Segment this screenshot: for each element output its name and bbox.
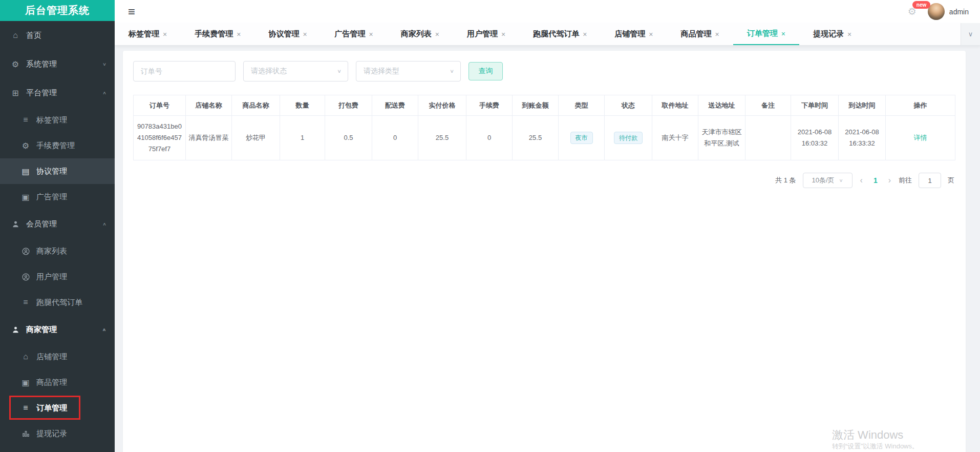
- chevron-up-icon: ∧: [102, 327, 106, 332]
- close-icon[interactable]: ×: [163, 30, 167, 38]
- tab-user-mgmt[interactable]: 用户管理 ×: [453, 23, 519, 45]
- column-header: 下单时间: [791, 95, 839, 116]
- username-label: admin: [949, 8, 969, 16]
- sidebar-item-agreement-mgmt[interactable]: ▤ 协议管理: [0, 158, 115, 184]
- user-circle-icon: [19, 273, 32, 281]
- tab-label: 提现记录: [813, 29, 844, 39]
- tab-merchant-list[interactable]: 商家列表 ×: [387, 23, 453, 45]
- close-icon[interactable]: ×: [435, 30, 439, 38]
- sidebar-item-product-mgmt[interactable]: ▣ 商品管理: [0, 369, 115, 395]
- home-icon: ⌂: [19, 352, 32, 361]
- pagination: 共 1 条 10条/页 ∨ ‹ 1 › 前往 页: [133, 173, 955, 188]
- page-size-select[interactable]: 10条/页 ∨: [803, 173, 853, 188]
- sidebar-item-platform-mgmt[interactable]: ⊞ 平台管理 ∧: [0, 78, 115, 107]
- tab-withdraw-records[interactable]: 提现记录 ×: [799, 23, 865, 45]
- chevron-down-icon: ∨: [102, 61, 106, 67]
- chevron-down-icon: ∨: [968, 30, 973, 38]
- chevron-up-icon: ∧: [102, 221, 106, 227]
- user-circle-icon: [19, 247, 32, 256]
- sidebar-item-errand-orders[interactable]: ≡ 跑腿代驾订单: [0, 290, 115, 315]
- sidebar-item-label: 平台管理: [26, 88, 102, 98]
- sidebar-item-order-mgmt[interactable]: ≡ 订单管理: [0, 395, 115, 421]
- column-header: 操作: [886, 95, 955, 116]
- tab-errand-orders[interactable]: 跑腿代驾订单 ×: [519, 23, 601, 45]
- sidebar-item-label: 首页: [26, 31, 106, 40]
- search-button[interactable]: 查询: [468, 62, 503, 80]
- column-header: 实付价格: [418, 95, 466, 116]
- tab-label: 商品管理: [681, 29, 712, 39]
- current-page[interactable]: 1: [874, 176, 878, 184]
- sidebar-item-member-mgmt[interactable]: 会员管理 ∧: [0, 210, 115, 238]
- column-header: 到账金额: [513, 95, 559, 116]
- column-header: 送达地址: [698, 95, 745, 116]
- close-icon[interactable]: ×: [715, 30, 719, 38]
- cell-packing-fee: 0.5: [325, 116, 372, 160]
- cell-action: 详情: [886, 116, 955, 160]
- sidebar-item-merchant-list[interactable]: 商家列表: [0, 238, 115, 264]
- close-icon[interactable]: ×: [237, 30, 241, 38]
- tab-shop-mgmt[interactable]: 店铺管理 ×: [601, 23, 667, 45]
- tab-label: 手续费管理: [195, 29, 233, 39]
- type-select[interactable]: 请选择类型 ∨: [356, 61, 461, 81]
- chevron-down-icon: ∨: [337, 68, 342, 74]
- document-icon: ▤: [19, 167, 32, 176]
- sidebar: 后台管理系统 ⌂ 首页 ⚙ 系统管理 ∨ ⊞ 平台管理 ∧ ≡ 标签管理 ⚙ 手…: [0, 0, 115, 452]
- hamburger-icon[interactable]: ≡: [128, 6, 135, 18]
- filter-bar: 请选择状态 ∨ 请选择类型 ∨ 查询: [133, 61, 955, 81]
- status-select-placeholder: 请选择状态: [251, 67, 287, 76]
- sidebar-item-fee-mgmt[interactable]: ⚙ 手续费管理: [0, 133, 115, 158]
- close-icon[interactable]: ×: [781, 30, 785, 38]
- tab-label: 店铺管理: [614, 29, 645, 39]
- cell-product-name: 炒花甲: [232, 116, 280, 160]
- header-right: ⚙ new admin: [908, 3, 969, 20]
- tab-fee-mgmt[interactable]: 手续费管理 ×: [181, 23, 254, 45]
- type-badge: 夜市: [570, 132, 593, 144]
- column-header: 手续费: [466, 95, 513, 116]
- chevron-up-icon: ∧: [102, 90, 106, 95]
- settings-button[interactable]: ⚙ new: [908, 6, 917, 17]
- close-icon[interactable]: ×: [847, 30, 851, 38]
- sidebar-item-label: 提现记录: [36, 429, 106, 439]
- tab-list-dropdown-button[interactable]: ∨: [961, 23, 980, 45]
- goto-page-input[interactable]: [919, 173, 941, 188]
- column-header: 类型: [559, 95, 605, 116]
- sidebar-item-withdraw-records[interactable]: 提现记录: [0, 421, 115, 446]
- sidebar-item-label: 订单管理: [36, 403, 106, 413]
- status-select[interactable]: 请选择状态 ∨: [243, 61, 348, 81]
- grid-icon: ⊞: [9, 88, 22, 98]
- new-badge: new: [912, 1, 930, 9]
- close-icon[interactable]: ×: [649, 30, 653, 38]
- tab-ad-mgmt[interactable]: 广告管理 ×: [321, 23, 387, 45]
- total-count-label: 共 1 条: [775, 176, 796, 185]
- sidebar-item-label: 商家列表: [36, 246, 106, 256]
- order-no-input[interactable]: [133, 61, 236, 81]
- tab-order-mgmt[interactable]: 订单管理 ×: [733, 23, 799, 45]
- tab-tag-mgmt[interactable]: 标签管理 ×: [115, 23, 181, 45]
- detail-link[interactable]: 详情: [914, 134, 927, 141]
- status-badge: 待付款: [614, 132, 643, 144]
- sidebar-item-shop-mgmt[interactable]: ⌂ 店铺管理: [0, 344, 115, 369]
- close-icon[interactable]: ×: [369, 30, 373, 38]
- table-row: 90783a431be041058f6f6e45775f7ef7 清真骨汤冒菜 …: [134, 116, 955, 160]
- sidebar-item-label: 店铺管理: [36, 352, 106, 362]
- close-icon[interactable]: ×: [583, 30, 587, 38]
- sidebar-item-label: 广告管理: [36, 192, 106, 202]
- sidebar-item-home[interactable]: ⌂ 首页: [0, 21, 115, 50]
- close-icon[interactable]: ×: [303, 30, 307, 38]
- cell-quantity: 1: [280, 116, 325, 160]
- cell-type: 夜市: [559, 116, 605, 160]
- sidebar-item-tag-mgmt[interactable]: ≡ 标签管理: [0, 107, 115, 133]
- sidebar-item-system-mgmt[interactable]: ⚙ 系统管理 ∨: [0, 50, 115, 78]
- sidebar-item-label: 商品管理: [36, 378, 106, 387]
- tab-agreement-mgmt[interactable]: 协议管理 ×: [254, 23, 321, 45]
- close-icon[interactable]: ×: [501, 30, 505, 38]
- sidebar-item-ad-mgmt[interactable]: ▣ 广告管理: [0, 184, 115, 210]
- tab-product-mgmt[interactable]: 商品管理 ×: [667, 23, 733, 45]
- cell-arrival-time: 2021-06-08 16:33:32: [839, 116, 886, 160]
- sidebar-item-user-mgmt[interactable]: 用户管理: [0, 264, 115, 290]
- sidebar-item-merchant-mgmt[interactable]: 商家管理 ∧: [0, 315, 115, 344]
- next-page-button[interactable]: ›: [887, 176, 892, 185]
- prev-page-button[interactable]: ‹: [859, 176, 864, 185]
- cell-received-amount: 25.5: [513, 116, 559, 160]
- tab-bar: 标签管理 × 手续费管理 × 协议管理 × 广告管理 × 商家列表 × 用户管理…: [115, 23, 980, 46]
